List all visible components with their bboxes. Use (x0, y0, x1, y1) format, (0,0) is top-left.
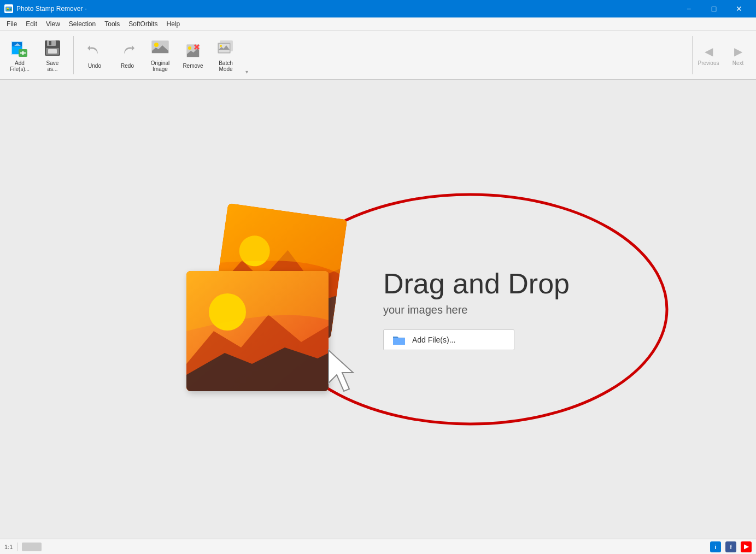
remove-icon (183, 41, 203, 61)
drag-drop-title: Drag and Drop (383, 268, 570, 299)
toolbar-add-files-button[interactable]: Add File(s)... (4, 33, 35, 77)
toolbar-redo-button[interactable]: Redo (112, 33, 143, 77)
toolbar-save-as-label: Save as... (46, 60, 59, 72)
toolbar-save-as-button[interactable]: Save as... (37, 33, 68, 77)
status-left: 1:1 (4, 543, 42, 551)
cursor-arrow (323, 347, 361, 397)
toolbar-next-label: Next (732, 60, 744, 66)
add-file-icon (10, 38, 30, 58)
toolbar-batch-label: Batch Mode (219, 60, 233, 72)
svg-point-26 (220, 45, 222, 47)
image-front-inner (186, 271, 329, 391)
toolbar-separator-right (692, 36, 693, 74)
redo-icon (118, 41, 137, 61)
maximize-button[interactable]: □ (701, 0, 726, 17)
youtube-icon-button[interactable]: ▶ (741, 541, 752, 552)
add-files-button[interactable]: Add File(s)... (383, 329, 514, 350)
menu-edit[interactable]: Edit (21, 19, 42, 29)
image-stack-illustration (186, 211, 361, 408)
menu-softorbits[interactable]: SoftOrbits (124, 19, 162, 29)
svg-point-16 (154, 43, 159, 47)
previous-arrow-icon: ◀ (705, 45, 713, 58)
svg-rect-13 (48, 49, 57, 54)
toolbar-undo-label: Undo (88, 63, 101, 69)
svg-point-19 (188, 46, 191, 50)
menu-bar: File Edit View Selection Tools SoftOrbit… (0, 17, 756, 31)
undo-icon (85, 41, 104, 61)
image-front (186, 271, 329, 391)
facebook-icon-button[interactable]: f (725, 541, 736, 552)
title-bar-text: Photo Stamp Remover - (16, 5, 676, 13)
toolbar-add-files-label: Add File(s)... (10, 60, 30, 72)
toolbar-nav-area: ◀ Previous ▶ Next (692, 31, 752, 80)
folder-icon (392, 334, 406, 345)
status-thumbnail (22, 543, 42, 551)
menu-tools[interactable]: Tools (100, 19, 124, 29)
status-right: i f ▶ (710, 541, 752, 552)
toolbar-separator-1 (73, 36, 74, 74)
window-controls: − □ ✕ (676, 0, 752, 17)
menu-selection[interactable]: Selection (65, 19, 100, 29)
drop-zone-text-area: Drag and Drop your images here Add File(… (383, 268, 570, 350)
toolbar-batch-mode-button[interactable]: Batch Mode (210, 33, 241, 77)
batch-icon (216, 38, 236, 58)
toolbar-group-main: Add File(s)... Save as... (4, 33, 250, 77)
zoom-level: 1:1 (4, 544, 13, 550)
toolbar-redo-label: Redo (121, 63, 134, 69)
toolbar-remove-button[interactable]: Remove (178, 33, 208, 77)
status-bar: 1:1 i f ▶ (0, 539, 756, 554)
main-content-area: Drag and Drop your images here Add File(… (0, 80, 756, 539)
save-icon (43, 38, 62, 58)
toolbar-undo-button[interactable]: Undo (79, 33, 110, 77)
toolbar-next-button[interactable]: ▶ Next (724, 33, 752, 77)
menu-view[interactable]: View (42, 19, 65, 29)
toolbar-previous-button[interactable]: ◀ Previous (695, 33, 722, 77)
toolbar: Add File(s)... Save as... (0, 31, 756, 80)
toolbar-original-label: Original Image (151, 60, 169, 72)
menu-file[interactable]: File (2, 19, 21, 29)
svg-rect-11 (49, 41, 51, 45)
app-icon (4, 4, 13, 13)
close-button[interactable]: ✕ (726, 0, 752, 17)
next-arrow-icon: ▶ (734, 45, 742, 58)
toolbar-original-image-button[interactable]: Original Image (145, 33, 175, 77)
toolbar-previous-label: Previous (698, 60, 719, 66)
drag-drop-subtitle: your images here (383, 304, 468, 316)
menu-help[interactable]: Help (162, 19, 185, 29)
status-separator (17, 543, 17, 551)
title-bar: Photo Stamp Remover - − □ ✕ (0, 0, 756, 17)
add-files-button-label: Add File(s)... (412, 335, 455, 344)
minimize-button[interactable]: − (676, 0, 701, 17)
toolbar-remove-label: Remove (183, 63, 203, 69)
toolbar-expand-button[interactable]: ▾ (243, 33, 250, 77)
svg-rect-8 (20, 52, 26, 54)
drop-zone-container: Drag and Drop your images here Add File(… (186, 211, 570, 408)
info-icon-button[interactable]: i (710, 541, 721, 552)
original-image-icon (150, 38, 170, 58)
